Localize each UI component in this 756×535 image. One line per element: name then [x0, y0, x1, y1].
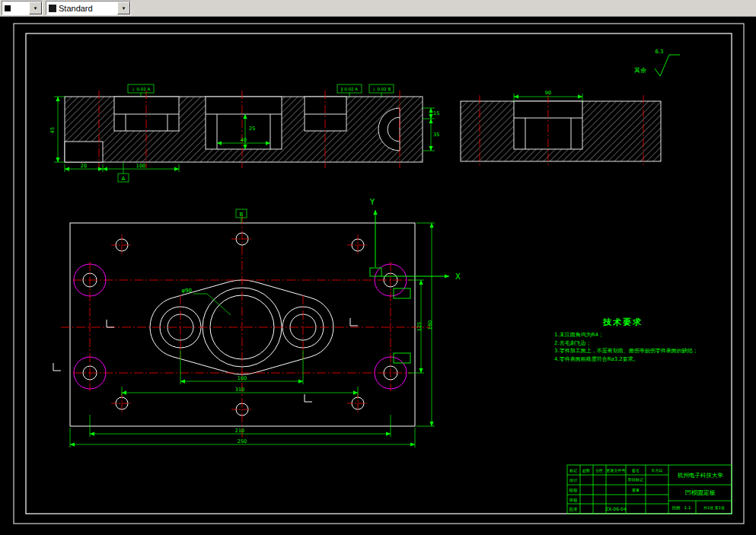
- tb-sheet-info: 共1张 第1张: [703, 505, 725, 511]
- tb-header-cell: 签名: [632, 468, 640, 473]
- tb-header-cell: 年月日: [652, 468, 663, 473]
- front-section-view: 45 20 100 25 40 15 35 ⊥ 0.02 A ∥ 0.02 A …: [49, 84, 439, 182]
- tb-scale-label: 比例: [672, 505, 681, 511]
- style-icon: [49, 5, 56, 12]
- guide-pillar-holes: [74, 264, 407, 389]
- tech-requirements: 技术要求 1.未注圆角均为R4； 2.去毛刺飞边； 3.零件加工面上，不应有划痕…: [554, 317, 698, 362]
- surface-finish-value: 6.3: [655, 49, 663, 55]
- tb-row-label: 审核: [569, 498, 579, 502]
- dim-plan-span-big: 160: [238, 375, 247, 381]
- tb-weight-label: 重量: [632, 488, 640, 492]
- tech-req-item: 2.去毛刺飞边；: [554, 340, 592, 346]
- drawing-canvas[interactable]: 45 20 100 25 40 15 35 ⊥ 0.02 A ∥ 0.02 A …: [0, 17, 756, 535]
- tb-stage-label: 阶段标记: [628, 477, 643, 482]
- dim-side-pocket: 90: [545, 90, 551, 96]
- tb-part-name: 凹模固定板: [685, 489, 716, 496]
- y-axis-label: Y: [369, 198, 375, 206]
- tech-req-title: 技术要求: [602, 317, 643, 327]
- x-axis-label: X: [455, 272, 461, 281]
- dim-plan-bottom-overall: 250: [238, 438, 247, 444]
- guide-pillar-inner: [83, 273, 397, 380]
- dim-front-right-lower: 35: [433, 132, 439, 138]
- plan-view: 210 250 125 160 160 310 φ90 B: [53, 209, 435, 447]
- title-block: 标记 处数 分区 更改文件号 签名 年月日 设计 校核 审核 批准 阶段标记 重…: [567, 465, 732, 514]
- toolbar: ▼ Standard ▼: [0, 0, 756, 17]
- dim-front-right-upper: 15: [433, 110, 439, 116]
- layer-dropdown[interactable]: ▼: [2, 1, 43, 15]
- dim-pocket-depth: 25: [249, 126, 255, 132]
- key-slots: [394, 288, 410, 363]
- surface-finish-note: 其余 6.3: [634, 49, 680, 76]
- tb-header-cell: 分区: [595, 468, 603, 473]
- fcf-text: ⊥ 0.02 B: [372, 87, 391, 91]
- style-value: Standard: [59, 4, 117, 13]
- tb-drawing-no: ZX-06-04: [605, 506, 627, 511]
- dim-plan-span-bolt: 310: [235, 387, 244, 393]
- dim-plan-leader: φ90: [181, 288, 192, 294]
- datum-b-label: B: [240, 212, 244, 218]
- tb-header-cell: 标记: [569, 468, 577, 473]
- tb-row-label: 校核: [569, 488, 579, 492]
- tb-university: 杭州电子科技大学: [677, 472, 724, 479]
- tb-row-label: 批准: [569, 507, 579, 512]
- chevron-down-icon[interactable]: ▼: [117, 2, 130, 14]
- tech-req-item: 4.零件表面粗糙度符合Ra3.2要求。: [554, 356, 639, 362]
- dim-front-height: 45: [49, 127, 56, 133]
- dim-front-bottom: 100: [136, 163, 145, 169]
- side-section-view: 90: [461, 90, 661, 167]
- dim-plan-bottom-inner: 210: [235, 428, 244, 434]
- style-dropdown[interactable]: Standard ▼: [46, 1, 131, 15]
- dim-front-step: 20: [81, 163, 87, 169]
- cad-drawing[interactable]: 45 20 100 25 40 15 35 ⊥ 0.02 A ∥ 0.02 A …: [0, 17, 756, 535]
- surface-finish-prefix: 其余: [634, 67, 646, 74]
- tb-row-label: 设计: [569, 478, 579, 482]
- fcf-text: ∥ 0.02 A: [341, 87, 358, 92]
- dim-pocket-width: 40: [241, 137, 247, 143]
- tb-header-cell: 更改文件号: [607, 468, 626, 473]
- dim-plan-right-inner: 125: [416, 322, 423, 331]
- dim-plan-right-overall: 160: [427, 320, 433, 330]
- color-swatch-icon: [5, 5, 11, 11]
- tech-req-item: 1.未注圆角均为R4；: [554, 331, 604, 338]
- fcf-text: ⊥ 0.02 A: [132, 87, 151, 91]
- tb-scale-value: 1:1: [684, 505, 691, 510]
- datum-a-label: A: [122, 176, 126, 182]
- roughness-icon: [655, 55, 680, 76]
- tech-req-item: 3.零件加工面上，不应有划痕、擦伤等损伤零件表面的缺陷；: [554, 347, 698, 354]
- chevron-down-icon[interactable]: ▼: [29, 2, 42, 14]
- tb-header-cell: 处数: [582, 468, 590, 473]
